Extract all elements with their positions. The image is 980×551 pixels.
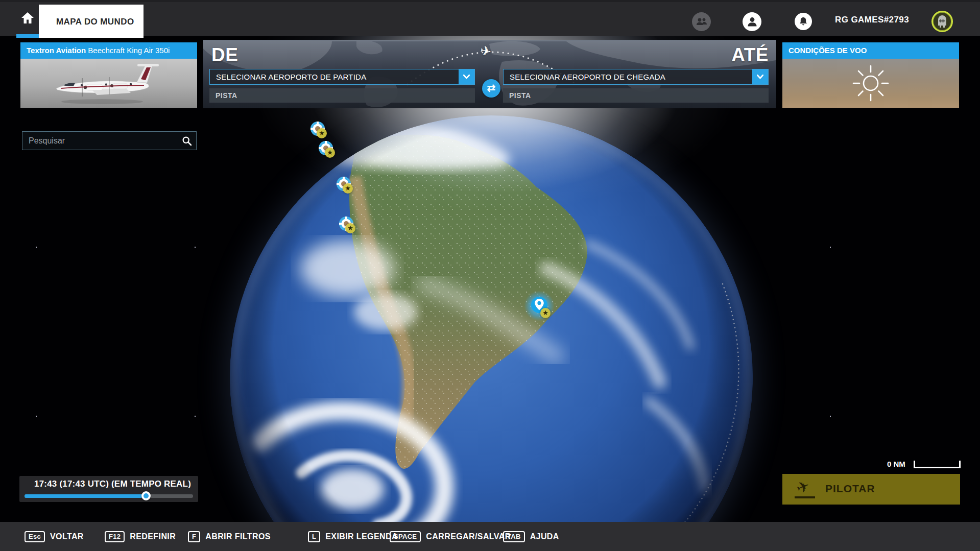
avatar-helmet-icon (935, 14, 949, 29)
shortcut-bar: Esc VOLTAR F12 REDEFINIR F ABRIR FILTROS… (0, 522, 980, 551)
shortcut-label: ABRIR FILTROS (205, 532, 271, 541)
selected-location-pin[interactable]: ★ (527, 294, 552, 318)
shortcut-label: AJUDA (530, 532, 559, 541)
favorite-star-icon: ★ (317, 128, 327, 138)
aircraft-selection-panel[interactable]: Textron Aviation Beechcraft King Air 350… (20, 42, 197, 108)
keycap-f12: F12 (105, 531, 125, 542)
aircraft-panel-header: Textron Aviation Beechcraft King Air 350… (20, 42, 197, 59)
shortcut-back[interactable]: Esc VOLTAR (25, 522, 84, 551)
earth-globe[interactable] (230, 115, 753, 551)
scale-label: 0 NM (887, 460, 905, 468)
chevron-down-icon (757, 75, 763, 79)
conditions-header: CONDIÇÕES DE VOO (782, 42, 959, 59)
active-tab-underline (16, 34, 39, 38)
aircraft-manufacturer: Textron Aviation (27, 46, 86, 55)
departure-runway-label: PISTA (216, 88, 237, 103)
time-slider[interactable] (25, 494, 193, 498)
user-avatar[interactable] (931, 11, 953, 32)
keycap-space: SPACE (390, 531, 421, 542)
favorite-star-icon: ★ (345, 223, 355, 233)
takeoff-plane-icon: ✈ (794, 476, 812, 498)
shortcut-label: CARREGAR/SALVAR (426, 532, 511, 541)
departure-select-label: SELECIONAR AEROPORTO DE PARTIDA (216, 69, 366, 84)
from-label: DE (211, 44, 238, 66)
airport-marker[interactable]: ★ (318, 140, 333, 156)
profile-button[interactable] (743, 12, 761, 31)
shortcut-open-filters[interactable]: F ABRIR FILTROS (188, 522, 271, 551)
bell-icon (799, 17, 807, 26)
airport-marker[interactable]: ★ (310, 121, 325, 136)
arrival-select-label: SELECIONAR AEROPORTO DE CHEGADA (510, 69, 665, 84)
aircraft-side-view (20, 59, 197, 108)
scale-bracket (914, 461, 961, 468)
favorite-star-icon: ★ (540, 308, 551, 318)
profile-icon (748, 17, 757, 27)
fly-button[interactable]: ✈ PILOTAR (782, 474, 960, 505)
departure-dropdown-button[interactable] (459, 69, 474, 84)
search-icon[interactable] (182, 136, 192, 146)
keycap-esc: Esc (25, 531, 45, 542)
friends-icon (696, 18, 707, 26)
conditions-title: CONDIÇÕES DE VOO (788, 46, 867, 55)
favorite-star-icon: ★ (343, 183, 353, 194)
arrival-airport-select[interactable]: SELECIONAR AEROPORTO DE CHEGADA (503, 69, 769, 85)
search-input[interactable] (29, 132, 177, 150)
search-box (22, 131, 197, 150)
shortcut-label: REDEFINIR (130, 532, 176, 541)
keycap-tab: TAB (503, 531, 525, 542)
tab-world-map[interactable]: MAPA DO MUNDO (39, 5, 144, 38)
home-button[interactable] (15, 2, 40, 38)
world-map-screen: ★ ★ ★ ★ (0, 0, 980, 551)
username-label: RG GAMES#2793 (827, 2, 917, 38)
keycap-l: L (308, 531, 320, 542)
fly-button-label: PILOTAR (825, 483, 875, 495)
airport-marker[interactable]: ★ (339, 216, 354, 231)
shortcut-load-save[interactable]: SPACE CARREGAR/SALVAR (390, 522, 511, 551)
shortcut-label: EXIBIR LEGENDA (325, 532, 398, 541)
shortcut-help[interactable]: TAB AJUDA (503, 522, 559, 551)
notifications-button[interactable] (795, 13, 812, 30)
favorite-star-icon: ★ (325, 148, 335, 158)
arrival-runway-label: PISTA (509, 88, 531, 103)
keycap-f: F (188, 531, 200, 542)
time-slider-thumb[interactable] (141, 491, 151, 500)
conditions-preview (782, 59, 959, 108)
aircraft-photo (20, 59, 197, 108)
chevron-down-icon (463, 75, 470, 79)
arrival-dropdown-button[interactable] (752, 69, 768, 84)
time-panel: 17:43 (17:43 UTC) (EM TEMPO REAL) (19, 476, 198, 502)
shortcut-label: VOLTAR (50, 532, 84, 541)
takeoff-runway-line (795, 496, 815, 498)
sun-icon (851, 64, 890, 103)
flight-route-panel: ✈ DE ATÉ SELECIONAR AEROPORTO DE PARTIDA… (203, 40, 776, 108)
earth-graphic (230, 115, 753, 551)
home-icon (21, 12, 34, 23)
time-slider-fill (25, 494, 146, 498)
airport-marker[interactable]: ★ (336, 176, 351, 191)
friends-button[interactable] (692, 12, 711, 31)
departure-airport-select[interactable]: SELECIONAR AEROPORTO DE PARTIDA (209, 69, 475, 85)
tab-title: MAPA DO MUNDO (56, 17, 134, 27)
swap-airports-button[interactable]: ⇄ (482, 79, 500, 98)
arrival-runway-field[interactable]: PISTA (503, 88, 769, 103)
to-label: ATÉ (731, 44, 769, 66)
departure-runway-field[interactable]: PISTA (209, 88, 475, 103)
shortcut-reset[interactable]: F12 REDEFINIR (105, 522, 176, 551)
aircraft-model: Beechcraft King Air 350i (88, 46, 170, 55)
swap-icon: ⇄ (487, 82, 496, 93)
shortcut-show-legend[interactable]: L EXIBIR LEGENDA (308, 522, 398, 551)
time-label: 17:43 (17:43 UTC) (EM TEMPO REAL) (34, 479, 191, 489)
flight-conditions-panel[interactable]: CONDIÇÕES DE VOO (782, 42, 959, 108)
top-bar: MAPA DO MUNDO RG GAMES#2793 (0, 0, 980, 36)
